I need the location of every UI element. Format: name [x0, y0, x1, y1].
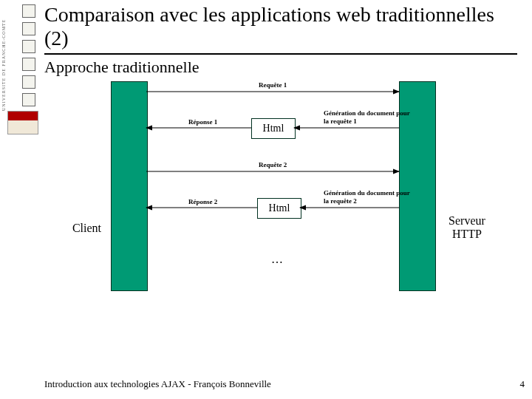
logo-icon	[22, 58, 35, 71]
slide-footer: Introduction aux technologies AJAX - Fra…	[44, 378, 271, 390]
logo-icon	[22, 4, 35, 18]
logo-icon	[22, 40, 35, 53]
flow-diagram: Client Serveur HTTP Html Html … Requête …	[44, 81, 517, 310]
logo-icon	[22, 22, 35, 35]
page-number: 4	[520, 378, 525, 390]
university-name: UNIVERSITE DE FRANCHE-COMTE	[1, 19, 6, 111]
slide-title: Comparaison avec les applications web tr…	[44, 3, 517, 50]
lab-logo-icon	[7, 111, 38, 134]
slide-subtitle: Approche traditionnelle	[44, 58, 200, 77]
logo-icon	[22, 75, 35, 89]
logo-icon	[22, 93, 35, 106]
institution-strip: UNIVERSITE DE FRANCHE-COMTE	[0, 0, 41, 148]
arrows-svg	[44, 81, 517, 310]
title-underline	[44, 53, 517, 55]
